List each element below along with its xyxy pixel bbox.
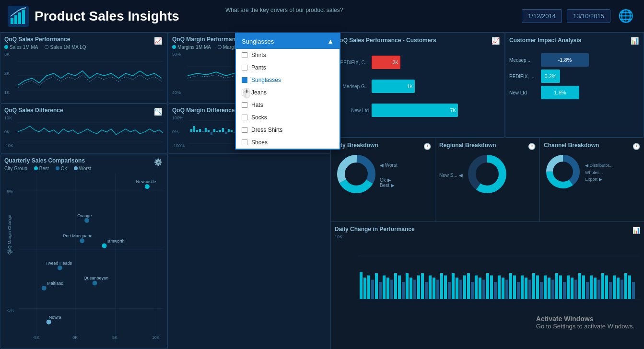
checkbox-shoes[interactable] — [242, 140, 247, 145]
svg-rect-103 — [367, 276, 370, 300]
dropdown-item-sunglasses[interactable]: Sunglasses — [236, 74, 340, 86]
breakdown-row: City Breakdown 🕐 — [331, 138, 644, 222]
header: Product Sales Insights What are the key … — [0, 0, 644, 33]
svg-rect-151 — [551, 280, 554, 300]
svg-rect-102 — [363, 278, 366, 299]
dropdown-item-hats[interactable]: Hats — [236, 99, 340, 111]
svg-text:Newcastle: Newcastle — [136, 179, 156, 184]
svg-rect-139 — [505, 280, 508, 300]
checkbox-hats[interactable] — [242, 102, 247, 108]
product-dropdown[interactable]: Sunglasses ▲ Shirts Pants Sunglasses Jea… — [235, 33, 340, 150]
svg-rect-108 — [386, 278, 389, 299]
svg-text:Nowra: Nowra — [49, 315, 61, 320]
date-start[interactable]: 1/12/2014 — [522, 9, 562, 23]
svg-rect-118 — [425, 282, 428, 299]
checkbox-jeans[interactable] — [242, 90, 247, 95]
impact-bar-pedifix2: 0.2% — [541, 70, 560, 83]
svg-rect-160 — [586, 282, 589, 299]
dropdown-item-socks[interactable]: Socks — [236, 111, 340, 124]
activate-windows-watermark: Activate Windows Go to Settings to activ… — [536, 315, 634, 330]
svg-rect-114 — [410, 278, 412, 299]
checkbox-pants[interactable] — [242, 65, 247, 70]
bar-row-medsep: Medsep G... 1K — [335, 80, 501, 93]
sales-diff-svg — [18, 116, 163, 148]
svg-rect-125 — [452, 273, 455, 299]
svg-rect-170 — [624, 273, 627, 299]
svg-rect-158 — [578, 273, 581, 299]
svg-rect-51 — [225, 132, 227, 134]
svg-rect-43 — [202, 131, 204, 132]
checkbox-dress-shirts[interactable] — [242, 127, 247, 133]
svg-rect-126 — [456, 278, 458, 299]
scatter-svg: 5% 0% -5% -5K 0K 5K 10K QoQ Margin Chang… — [4, 173, 163, 342]
col2-spacer — [168, 154, 330, 349]
svg-rect-144 — [525, 278, 527, 299]
regional-title: Regional Breakdown — [439, 142, 496, 149]
svg-rect-148 — [540, 282, 543, 299]
bar-pedifix: -2K — [372, 56, 400, 69]
qoq-sales-perf-legend: Sales 1M MA Sales 1M MA LQ — [4, 45, 163, 50]
customers-chart-icon: 📈 — [492, 37, 500, 45]
legend-margins-ma: Margins 1M MA — [177, 45, 211, 50]
scatter-plot: 5% 0% -5% -5K 0K 5K 10K QoQ Margin Chang… — [4, 173, 163, 342]
impact-row-newltd2: New Ltd 1.6% — [509, 86, 640, 99]
dropdown-item-shirts[interactable]: Shirts — [236, 49, 340, 61]
dropdown-item-jeans[interactable]: Jeans — [236, 86, 340, 99]
daily-icon: 📊 — [632, 227, 640, 234]
svg-rect-129 — [467, 273, 470, 299]
scatter-point-newcastle — [145, 184, 150, 189]
y-axis-labels: 3K 2K 1K — [4, 52, 18, 95]
svg-rect-40 — [193, 126, 195, 132]
svg-rect-116 — [417, 276, 420, 300]
svg-rect-119 — [429, 276, 432, 300]
legend-sales-ma-lq: Sales 1M MA LQ — [50, 45, 86, 50]
regional-donut-container: New S... ◀ — [439, 152, 536, 198]
svg-rect-132 — [479, 278, 481, 299]
customers-bar-chart: PEDiFIX, C... -2K Medsep G... 1K — [335, 46, 501, 122]
regional-donut — [466, 152, 509, 198]
qoq-sales-diff-title: QoQ Sales Difference — [4, 107, 163, 114]
dropdown-item-pants[interactable]: Pants — [236, 61, 340, 74]
activate-windows-message: Go to Settings to activate Windows. — [536, 323, 634, 330]
margin-diff-y: 100% 0% -100% — [172, 116, 186, 148]
svg-rect-172 — [632, 282, 635, 299]
daily-title: Daily Change in Performance — [335, 226, 415, 233]
svg-rect-138 — [502, 278, 504, 299]
svg-rect-169 — [621, 280, 623, 300]
dropdown-item-shoes[interactable]: Shoes — [236, 136, 340, 149]
date-end[interactable]: 13/10/2015 — [567, 9, 610, 23]
city-leg-ok: Ok ▶ — [380, 177, 398, 183]
quarterly-comp-title: Quarterly Sales Comparisons — [4, 157, 163, 164]
svg-rect-46 — [211, 132, 212, 135]
svg-rect-101 — [360, 272, 363, 299]
svg-rect-45 — [208, 130, 210, 132]
channel-donut — [544, 152, 582, 193]
scatter-point-maitland — [42, 286, 47, 291]
svg-rect-154 — [563, 282, 566, 299]
checkbox-shirts[interactable] — [242, 52, 247, 58]
bar-val-newltd: 7K — [450, 108, 456, 113]
svg-rect-115 — [413, 280, 416, 300]
qoq-sales-difference-panel: QoQ Sales Difference 📉 10K 0K -10K — [0, 104, 167, 154]
svg-rect-121 — [436, 280, 439, 300]
leg-worst: Worst — [79, 166, 92, 171]
svg-rect-133 — [482, 280, 485, 300]
svg-rect-109 — [390, 280, 393, 300]
dropdown-chevron-up-icon[interactable]: ▲ — [327, 37, 334, 45]
svg-text:Tweed Heads: Tweed Heads — [46, 261, 72, 266]
svg-text:5%: 5% — [7, 189, 13, 194]
qoq-sales-perf-chart: 3K 2K 1K — [4, 52, 163, 95]
svg-text:Maitland: Maitland — [47, 281, 63, 286]
dropdown-label-socks: Socks — [251, 114, 267, 121]
svg-rect-41 — [196, 130, 198, 132]
checkbox-socks[interactable] — [242, 115, 247, 120]
globe-icon[interactable]: 🌐 — [615, 6, 636, 27]
svg-rect-150 — [548, 278, 550, 299]
dropdown-item-dress-shirts[interactable]: Dress Shirts — [236, 124, 340, 136]
checkbox-sunglasses[interactable] — [242, 77, 247, 83]
svg-rect-104 — [371, 280, 374, 300]
dropdown-label-jeans: Jeans — [251, 89, 267, 96]
svg-text:10K: 10K — [152, 335, 160, 340]
svg-rect-105 — [375, 273, 378, 299]
impact-label-pedifix2: PEDiFIX, ... — [509, 74, 538, 79]
